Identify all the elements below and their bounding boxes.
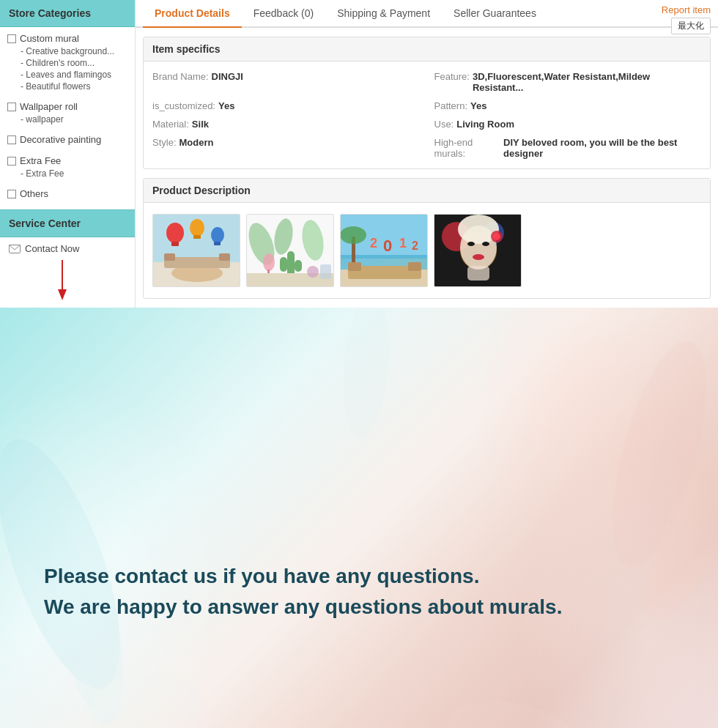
- svg-point-46: [482, 242, 489, 246]
- spec-style: Style: Modern: [152, 135, 420, 161]
- spec-label-feature: Feature:: [434, 71, 470, 82]
- spec-brand-name: Brand Name: DINGJI: [152, 69, 420, 95]
- svg-text:2: 2: [412, 239, 418, 252]
- svg-rect-26: [320, 264, 331, 279]
- sidebar-sub-extra-fee[interactable]: Extra Fee: [7, 168, 127, 179]
- service-center-header: Service Center: [0, 209, 135, 237]
- item-specifics-section: Item specifics Brand Name: DINGJI Featur…: [143, 37, 711, 169]
- svg-rect-38: [408, 262, 421, 271]
- tab-seller-guarantees[interactable]: Seller Guarantees: [442, 0, 548, 28]
- tabs-bar: Product Details Feedback (0) Shipping & …: [136, 0, 718, 28]
- svg-text:2: 2: [370, 236, 377, 250]
- svg-text:0: 0: [383, 237, 392, 255]
- spec-value-feature: 3D,Fluorescent,Water Resistant,Mildew Re…: [473, 71, 701, 93]
- category-label: Extra Fee: [20, 155, 61, 166]
- svg-rect-37: [348, 262, 361, 271]
- item-specifics-title: Item specifics: [144, 37, 710, 62]
- expand-icon: [7, 190, 16, 198]
- svg-point-5: [166, 223, 184, 243]
- product-description-section: Product Description: [143, 178, 711, 299]
- category-group-custom-mural: Custom mural Creative background... Chil…: [0, 27, 135, 95]
- banner-line1: Please contact us if you have any questi…: [44, 561, 674, 592]
- spec-feature: Feature: 3D,Fluorescent,Water Resistant,…: [434, 69, 702, 95]
- arrow-annotation: [55, 260, 135, 300]
- email-icon: [9, 245, 21, 253]
- svg-rect-14: [219, 253, 230, 261]
- specifics-grid: Brand Name: DINGJI Feature: 3D,Fluoresce…: [144, 62, 710, 168]
- product-image-1[interactable]: [152, 214, 240, 287]
- svg-rect-13: [164, 253, 175, 261]
- sidebar-item-custom-mural[interactable]: Custom mural: [7, 31, 127, 45]
- svg-point-50: [493, 233, 500, 240]
- category-label: Others: [20, 188, 48, 199]
- maximize-button[interactable]: 最大化: [671, 18, 711, 34]
- sidebar-sub-leaves-flamingos[interactable]: Leaves and flamingos: [7, 69, 127, 81]
- category-label: Decorative painting: [20, 134, 101, 145]
- svg-rect-19: [287, 251, 295, 277]
- svg-rect-20: [280, 257, 287, 272]
- product-image-4[interactable]: [434, 214, 522, 287]
- category-group-others: Others: [0, 182, 135, 204]
- tab-shipping-payment[interactable]: Shipping & Payment: [325, 0, 442, 28]
- sidebar-sub-childrens-room[interactable]: Children's room...: [7, 57, 127, 69]
- spec-value-pattern: Yes: [470, 100, 486, 111]
- spec-value-use: Living Room: [456, 119, 514, 130]
- spec-high-end-murals: High-end murals: DIY beloved room, you w…: [434, 135, 702, 161]
- spec-label-customized: is_customized:: [152, 100, 215, 111]
- spec-label-high-end: High-end murals:: [434, 137, 501, 159]
- product-image-3[interactable]: 2 0 1 2: [340, 214, 428, 287]
- svg-point-25: [307, 266, 319, 278]
- product-images-row: 2 0 1 2: [144, 203, 710, 298]
- spec-value-style: Modern: [180, 137, 214, 148]
- sidebar-sub-wallpaper[interactable]: wallpaper: [7, 114, 127, 125]
- category-group-wallpaper: Wallpaper roll wallpaper: [0, 95, 135, 128]
- product-description-title: Product Description: [144, 179, 710, 203]
- tab-product-details[interactable]: Product Details: [143, 0, 242, 28]
- expand-icon: [7, 34, 16, 43]
- svg-point-9: [211, 227, 224, 243]
- spec-customized: is_customized: Yes: [152, 98, 420, 114]
- svg-point-30: [341, 226, 366, 244]
- sidebar-item-extra-fee[interactable]: Extra Fee: [7, 154, 127, 168]
- banner-line2: We are happy to answer any questions abo…: [44, 592, 674, 623]
- expand-icon: [7, 103, 16, 111]
- sidebar: Store Categories Custom mural Creative b…: [0, 0, 136, 308]
- svg-text:1: 1: [399, 236, 407, 250]
- spec-value-high-end: DIY beloved room, you will be the best d…: [503, 137, 701, 159]
- spec-label-style: Style:: [152, 137, 177, 148]
- spec-label-use: Use:: [434, 119, 454, 130]
- sidebar-item-decorative-painting[interactable]: Decorative painting: [7, 133, 127, 146]
- spec-pattern: Pattern: Yes: [434, 98, 702, 114]
- svg-point-22: [263, 253, 275, 271]
- svg-rect-10: [214, 242, 221, 245]
- spec-label-material: Material:: [152, 119, 189, 130]
- tab-feedback[interactable]: Feedback (0): [242, 0, 325, 28]
- sidebar-item-wallpaper-roll[interactable]: Wallpaper roll: [7, 100, 127, 114]
- svg-rect-48: [467, 266, 489, 281]
- category-label: Custom mural: [20, 33, 79, 44]
- contact-now-item[interactable]: Contact Now: [0, 237, 135, 260]
- bottom-banner: Please contact us if you have any questi…: [0, 308, 718, 728]
- sidebar-item-others[interactable]: Others: [7, 187, 127, 201]
- sidebar-sub-beautiful-flowers[interactable]: Beautiful flowers: [7, 81, 127, 92]
- svg-marker-2: [58, 289, 67, 300]
- spec-use: Use: Living Room: [434, 116, 702, 132]
- spec-value-brand: DINGJI: [212, 71, 243, 82]
- spec-label-brand: Brand Name:: [152, 71, 209, 82]
- expand-icon: [7, 157, 16, 166]
- spec-label-pattern: Pattern:: [434, 100, 468, 111]
- product-image-2[interactable]: [246, 214, 334, 287]
- sidebar-sub-creative-bg[interactable]: Creative background...: [7, 45, 127, 57]
- svg-rect-6: [171, 242, 179, 246]
- report-item-area: Report item 最大化: [662, 4, 711, 34]
- category-label: Wallpaper roll: [20, 101, 78, 112]
- contact-now-label: Contact Now: [25, 243, 79, 254]
- category-group-extra-fee: Extra Fee Extra Fee: [0, 149, 135, 182]
- svg-point-45: [467, 242, 475, 246]
- svg-point-47: [473, 254, 484, 260]
- main-content: Product Details Feedback (0) Shipping & …: [136, 0, 718, 308]
- store-categories-header: Store Categories: [0, 0, 135, 27]
- banner-text: Please contact us if you have any questi…: [44, 561, 674, 623]
- report-item-link[interactable]: Report item: [662, 4, 711, 15]
- svg-point-7: [190, 219, 204, 237]
